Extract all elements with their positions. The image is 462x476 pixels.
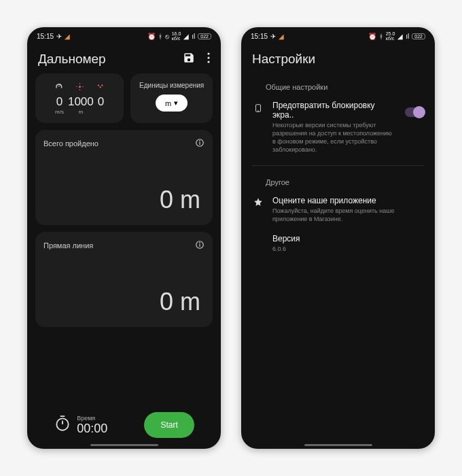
total-distance-label: Всего пройдено [43,139,99,148]
battery-indicator: 022 [412,33,425,39]
telegram-icon: ✈ [270,33,276,40]
cell-icon: ıl [406,33,409,40]
units-select[interactable]: m ▾ [156,95,188,112]
svg-point-9 [200,243,200,243]
wifi-icon: ◢ [183,33,189,40]
straight-line-label: Прямая линия [43,241,93,250]
wakelock-desc: Некоторые версии системы требуют разреше… [272,121,397,154]
version-value: 6.0.6 [272,245,424,253]
bluetooth-icon: ᚼ [158,33,162,40]
version-label: Версия [272,234,424,243]
telegram-icon: ✈ [56,33,62,40]
rangefinder-screen: 15:15 ✈ ◢ ⏰ ᚼ ⎋ 16.0кб/с ◢ ıl 022 Дально… [27,27,221,449]
section-general: Общие настройки [252,73,424,98]
rate-title: Оцените наше приложение [272,196,424,205]
satellite-icon [96,82,105,94]
status-bar: 15:15 ✈ ◢ ⏰ ᚼ ⎋ 16.0кб/с ◢ ıl 022 [27,27,221,42]
sats-value: 0 [98,95,104,109]
straight-line-value: 0 m [160,288,200,316]
rate-desc: Пожалуйста, найдите время оценить наше п… [272,207,424,223]
speed-value: 0 [55,95,64,109]
settings-screen: 15:15 ✈ ◢ ⏰ ᚼ 25.0кб/с ◢ ıl 022 Настройк… [241,27,435,449]
status-bar: 15:15 ✈ ◢ ⏰ ᚼ 25.0кб/с ◢ ıl 022 [241,27,435,42]
svg-point-1 [207,56,209,58]
wakelock-title: Предотвратить блокировку экра.. [272,101,397,120]
time-label: Время [77,415,107,422]
rate-app-item[interactable]: Оцените наше приложение Пожалуйста, найд… [252,193,424,231]
svg-point-10 [56,418,68,430]
svg-point-0 [207,52,209,54]
more-icon[interactable] [207,52,210,66]
bluetooth-icon: ᚼ [379,33,383,40]
total-distance-card: Всего пройдено 0 m [35,130,213,225]
wakelock-toggle[interactable] [405,107,424,117]
time-value: 00:00 [77,422,107,436]
page-title: Дальномер [38,52,106,67]
start-button[interactable]: Start [144,412,194,438]
straight-line-card: Прямая линия 0 m [35,232,213,327]
alarm-icon: ⏰ [147,33,156,40]
home-indicator[interactable] [304,444,372,446]
signal-icon: ◢ [279,33,284,40]
info-icon[interactable] [195,240,205,251]
divider [252,165,424,166]
section-other: Другое [252,169,424,193]
phone-lock-icon [252,101,264,154]
stopwatch-icon [54,415,71,435]
home-indicator[interactable] [90,444,158,446]
speed-icon [54,82,63,94]
save-icon[interactable] [183,52,195,67]
battery-indicator: 022 [198,33,211,39]
units-card: Единицы измерения m ▾ [130,73,213,123]
wakelock-setting[interactable]: Предотвратить блокировку экра.. Некоторы… [252,98,424,163]
page-title: Настройки [252,52,315,67]
status-time: 15:15 [37,33,54,40]
svg-point-2 [207,61,209,63]
accuracy-icon [75,82,84,94]
star-icon [252,196,264,223]
version-item: Версия 6.0.6 [252,231,424,261]
svg-point-3 [79,86,81,88]
app-header: Дальномер [27,42,221,73]
app-header: Настройки [241,42,435,73]
stats-card: 0m/s 1000m 0 [35,73,124,123]
wifi-icon: ◢ [397,33,403,40]
location-icon: ⎋ [165,33,169,40]
units-label: Единицы измерения [139,82,204,89]
bottom-controls: Время 00:00 Start [27,405,221,449]
cell-icon: ıl [192,33,195,40]
status-time: 15:15 [251,33,268,40]
alarm-icon: ⏰ [368,33,376,40]
signal-icon: ◢ [65,33,70,40]
svg-point-6 [200,141,200,141]
accuracy-value: 1000 [68,95,94,109]
info-icon[interactable] [195,138,205,149]
chevron-down-icon: ▾ [174,99,178,107]
total-distance-value: 0 m [160,186,200,214]
